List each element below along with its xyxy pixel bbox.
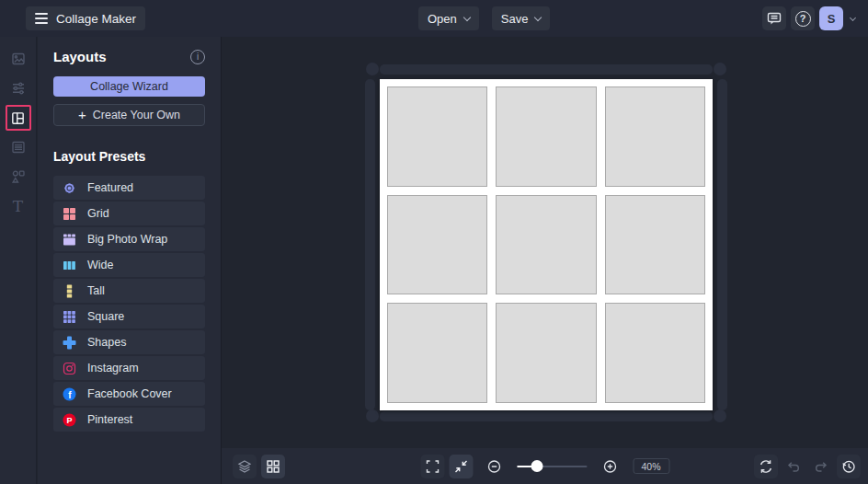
toolbar-right	[754, 455, 861, 478]
preset-shapes[interactable]: Shapes	[53, 330, 205, 354]
undo-button[interactable]	[782, 455, 805, 478]
save-button[interactable]: Save	[492, 6, 551, 30]
history-button[interactable]	[837, 455, 861, 478]
sidebar-item-layouts[interactable]	[6, 105, 31, 131]
image-manager-icon	[10, 51, 27, 67]
canvas-bottom-handle[interactable]	[380, 411, 713, 421]
collage-cell[interactable]	[605, 303, 705, 403]
sidebar-item-graphics[interactable]	[4, 162, 33, 191]
info-icon[interactable]: i	[190, 50, 205, 64]
preset-label: Big Photo Wrap	[87, 233, 167, 246]
sidebar-item-image-manager[interactable]	[4, 44, 33, 74]
preset-square[interactable]: Square	[53, 305, 205, 328]
preset-pinterest[interactable]: P Pinterest	[53, 408, 205, 432]
sidebar-item-text[interactable]: T	[4, 191, 33, 221]
preset-tall[interactable]: Tall	[53, 279, 205, 303]
grid-view-icon	[265, 458, 281, 475]
graphics-icon	[10, 168, 27, 185]
collage-canvas	[380, 79, 713, 410]
toolbar-left	[233, 455, 285, 478]
avatar[interactable]: S	[819, 6, 843, 30]
app-menu-button[interactable]: Collage Maker	[26, 6, 145, 30]
collage-cell[interactable]	[496, 86, 596, 187]
collage-cell[interactable]	[387, 195, 487, 295]
redo-icon	[813, 458, 829, 475]
app-title: Collage Maker	[56, 12, 136, 26]
sidebar-item-edit[interactable]	[4, 74, 33, 103]
facebook-icon: f	[63, 387, 76, 401]
fullscreen-button[interactable]	[420, 455, 444, 478]
create-your-own-button[interactable]: + Create Your Own	[53, 104, 205, 126]
help-icon: ?	[795, 11, 811, 27]
preset-label: Pinterest	[87, 413, 132, 426]
plus-icon: +	[78, 108, 86, 121]
preset-label: Grid	[87, 207, 109, 220]
sidebar-item-patterns[interactable]	[4, 133, 33, 162]
big-photo-wrap-icon	[63, 233, 76, 247]
zoom-slider-thumb[interactable]	[531, 460, 542, 472]
preset-facebook-cover[interactable]: f Facebook Cover	[53, 382, 205, 406]
layouts-icon	[10, 110, 26, 126]
help-button[interactable]: ?	[791, 6, 815, 30]
preset-label: Wide	[87, 259, 113, 271]
redo-button[interactable]	[809, 455, 833, 478]
wide-icon	[63, 259, 76, 272]
canvas-corner-handle-tr[interactable]	[714, 63, 726, 75]
zoom-in-icon	[601, 458, 618, 475]
feedback-button[interactable]	[762, 6, 786, 30]
top-bar: Collage Maker Open Save ?	[0, 0, 868, 37]
presets-title: Layout Presets	[53, 149, 205, 164]
preset-wide[interactable]: Wide	[53, 253, 205, 277]
preset-grid[interactable]: Grid	[53, 202, 205, 225]
canvas-corner-handle-br[interactable]	[714, 409, 726, 422]
collage-cell[interactable]	[605, 195, 705, 295]
pinterest-icon: P	[63, 413, 76, 427]
fit-screen-button[interactable]	[449, 455, 473, 478]
square-icon	[63, 310, 76, 324]
collage-cell[interactable]	[387, 86, 487, 187]
zoom-in-button[interactable]	[598, 455, 622, 478]
collage-cell[interactable]	[605, 86, 705, 187]
canvas-corner-handle-tl[interactable]	[366, 63, 379, 75]
preset-label: Featured	[87, 181, 133, 194]
zoom-out-button[interactable]	[482, 455, 506, 478]
history-icon	[840, 458, 857, 475]
save-label: Save	[501, 12, 529, 26]
open-button[interactable]: Open	[418, 6, 479, 30]
grid-view-button[interactable]	[261, 455, 285, 478]
tool-rail: T	[0, 37, 37, 484]
chevron-down-icon[interactable]	[850, 14, 856, 20]
canvas-right-handle[interactable]	[717, 79, 727, 410]
preset-featured[interactable]: Featured	[53, 176, 205, 200]
zoom-percent-field[interactable]: 40%	[633, 458, 669, 474]
toolbar-center: 40%	[420, 455, 669, 478]
collage-cell[interactable]	[496, 303, 596, 403]
grid-icon	[63, 207, 76, 221]
collage-cell[interactable]	[496, 195, 596, 295]
shapes-icon	[63, 336, 76, 350]
preset-label: Shapes	[87, 336, 126, 349]
collage-wizard-button[interactable]: Collage Wizard	[53, 76, 205, 97]
refresh-icon	[758, 458, 774, 475]
preset-big-photo-wrap[interactable]: Big Photo Wrap	[53, 227, 205, 251]
preset-instagram[interactable]: Instagram	[53, 356, 205, 380]
preset-label: Instagram	[87, 362, 139, 375]
collage-cell[interactable]	[387, 303, 487, 403]
fit-screen-icon	[452, 458, 469, 475]
zoom-slider[interactable]	[517, 466, 587, 467]
zoom-out-icon	[485, 458, 502, 475]
header-right: ? S	[762, 6, 857, 30]
comment-icon	[766, 10, 782, 27]
preset-list: Featured Grid	[53, 176, 205, 432]
layouts-panel: Layouts i Collage Wizard + Create Your O…	[38, 37, 222, 484]
layers-button[interactable]	[233, 455, 257, 478]
canvas-corner-handle-bl[interactable]	[366, 409, 379, 422]
collage-maker-app: Collage Maker Open Save ?	[0, 0, 868, 484]
preset-label: Tall	[87, 284, 105, 297]
refresh-button[interactable]	[754, 455, 778, 478]
layers-icon	[236, 458, 253, 475]
canvas-top-handle[interactable]	[380, 64, 713, 75]
preset-label: Facebook Cover	[87, 387, 172, 400]
canvas-left-handle[interactable]	[365, 79, 375, 410]
open-label: Open	[428, 12, 457, 26]
